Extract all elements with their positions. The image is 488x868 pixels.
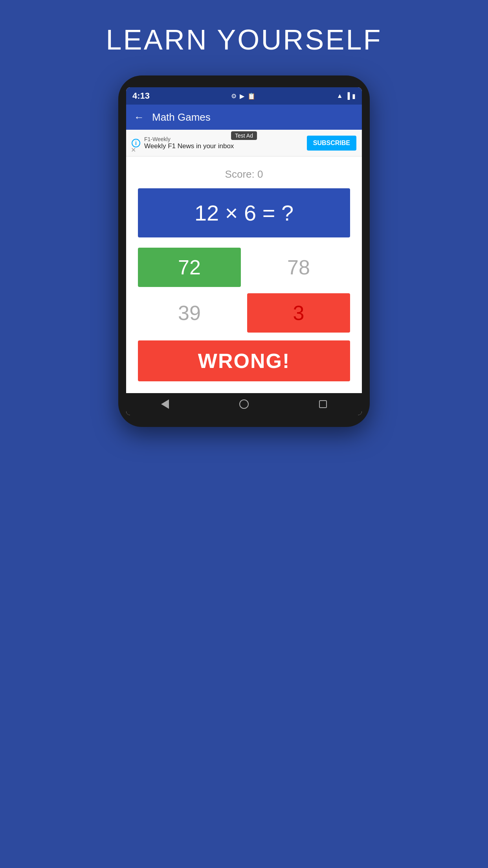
game-content: Score: 0 12 × 6 = ? 72 78 39 3 WRONG! xyxy=(126,156,362,393)
phone-frame: 4:13 ⚙ ▶ 📋 ▲ ▐ ▮ ← Math Games Test Ad i xyxy=(118,75,370,427)
ad-banner: Test Ad i F1-Weekly Weekly F1 News in yo… xyxy=(126,130,362,156)
gear-icon: ⚙ xyxy=(231,92,237,100)
play-icon: ▶ xyxy=(240,92,244,100)
nav-bar xyxy=(126,393,362,415)
answer-button-72[interactable]: 72 xyxy=(138,248,241,287)
clipboard-icon: 📋 xyxy=(248,92,255,100)
ad-headline: Weekly F1 News in your inbox xyxy=(144,142,303,150)
status-left-icons: ⚙ ▶ 📋 xyxy=(231,92,255,100)
answer-button-39[interactable]: 39 xyxy=(138,293,241,333)
back-nav-button[interactable] xyxy=(161,399,169,409)
app-bar-title: Math Games xyxy=(152,111,211,123)
recent-nav-button[interactable] xyxy=(319,400,327,408)
app-bar: ← Math Games xyxy=(126,105,362,130)
math-question: 12 × 6 = ? xyxy=(194,200,294,225)
status-time: 4:13 xyxy=(132,91,150,101)
answers-grid: 72 78 39 3 xyxy=(138,248,350,333)
question-box: 12 × 6 = ? xyxy=(138,188,350,237)
answer-button-3[interactable]: 3 xyxy=(247,293,350,333)
ad-source: F1-Weekly xyxy=(144,136,303,142)
wifi-icon: ▲ xyxy=(337,92,343,99)
result-bar: WRONG! xyxy=(138,340,350,381)
battery-icon: ▮ xyxy=(352,92,356,100)
status-bar: 4:13 ⚙ ▶ 📋 ▲ ▐ ▮ xyxy=(126,87,362,105)
ad-subscribe-button[interactable]: SUBSCRIBE xyxy=(307,136,356,151)
result-text: WRONG! xyxy=(198,349,290,372)
back-button[interactable]: ← xyxy=(134,111,144,123)
ad-test-badge: Test Ad xyxy=(231,131,257,140)
signal-icon: ▐ xyxy=(345,92,350,99)
answer-button-78[interactable]: 78 xyxy=(247,248,350,287)
status-right-icons: ▲ ▐ ▮ xyxy=(337,92,356,100)
ad-text-block: F1-Weekly Weekly F1 News in your inbox xyxy=(144,136,303,150)
home-nav-button[interactable] xyxy=(239,399,249,409)
ad-close-icon[interactable]: ✕ xyxy=(131,146,136,154)
page-bg-title: LEARN YOURSELF xyxy=(106,24,382,56)
phone-screen: 4:13 ⚙ ▶ 📋 ▲ ▐ ▮ ← Math Games Test Ad i xyxy=(126,87,362,415)
score-display: Score: 0 xyxy=(225,168,263,180)
